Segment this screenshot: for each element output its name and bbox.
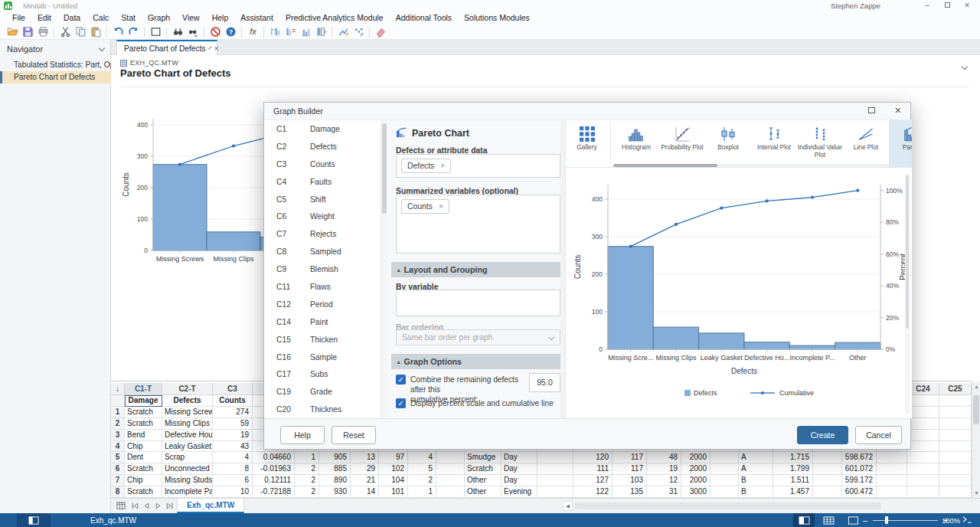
dialog-column-c14[interactable]: C14Paint <box>264 313 381 331</box>
cell-c9-r5[interactable]: 4 <box>408 452 436 463</box>
document-tab[interactable]: Pareto Chart of Defects × <box>116 40 217 55</box>
cell-c10-r8[interactable] <box>436 486 465 498</box>
cell-c6-r6[interactable]: 885 <box>319 463 351 475</box>
cell-c21-r7[interactable] <box>813 475 842 486</box>
previous-worksheet-icon[interactable] <box>142 501 152 512</box>
redo-icon[interactable] <box>126 25 141 39</box>
cell-c14-r8[interactable]: 122 <box>573 486 612 498</box>
dialog-column-c6[interactable]: C6Weight <box>264 208 381 225</box>
row-number[interactable]: 6 <box>111 463 125 475</box>
cell-c7-r5[interactable]: 13 <box>351 452 379 463</box>
undo-icon[interactable] <box>110 25 126 39</box>
cell-c22-r7[interactable]: 599.172 <box>842 475 877 486</box>
cell-c3-r3[interactable]: 19 <box>213 430 253 441</box>
menu-predictive-analytics-module[interactable]: Predictive Analytics Module <box>279 11 390 25</box>
row-number[interactable]: 4 <box>111 441 125 453</box>
cell-c13-r8[interactable] <box>537 486 573 498</box>
cell-c20-r7[interactable]: 1.511 <box>773 475 813 486</box>
worksheet-horizontal-scrollbar[interactable]: ◀ ▶ <box>563 501 980 511</box>
cell-c21-r5[interactable] <box>813 452 842 463</box>
cell-c2-t-r6[interactable]: Unconnected Wir <box>162 463 213 475</box>
cell-c18-r6[interactable] <box>710 463 739 475</box>
search-icon[interactable] <box>170 25 185 39</box>
cell-c9-r7[interactable]: 2 <box>408 475 436 486</box>
dialog-column-c17[interactable]: C17Subs <box>264 365 381 383</box>
cell-c24-r7[interactable] <box>907 475 939 486</box>
paste-icon[interactable] <box>88 25 103 39</box>
create-button[interactable]: Create <box>797 426 848 444</box>
output-view-icon[interactable] <box>842 513 864 527</box>
cell-c20-r5[interactable]: 1.715 <box>773 452 813 463</box>
cell-c13-r7[interactable] <box>537 475 573 486</box>
cell-c10-r6[interactable] <box>436 463 465 475</box>
column-header-c1-t[interactable]: C1-T <box>125 383 162 395</box>
column-header-c3[interactable]: C3 <box>213 383 253 395</box>
cell-c8-r6[interactable]: 102 <box>379 463 408 475</box>
cell-c3-r7[interactable]: 6 <box>213 475 253 486</box>
cell-c19-r6[interactable]: A <box>739 463 773 475</box>
cell-c13-r6[interactable] <box>537 463 573 475</box>
menu-view[interactable]: View <box>176 11 206 25</box>
menu-edit[interactable]: Edit <box>31 11 57 25</box>
gallery-item-individual-value-plot[interactable]: Individual Value Plot <box>797 120 843 168</box>
menu-calc[interactable]: Calc <box>87 11 115 25</box>
column-header-c2-t[interactable]: C2-T <box>162 383 213 395</box>
cell-c12-r7[interactable]: Day <box>501 475 537 486</box>
defects-field[interactable]: Defects× <box>396 154 560 178</box>
cell-c3-r2[interactable]: 59 <box>213 418 253 430</box>
counts-variable-chip[interactable]: Counts× <box>401 199 449 214</box>
zoom-slider-track[interactable] <box>873 520 938 521</box>
cell-c25-r7[interactable] <box>939 475 972 486</box>
combine-defects-checkbox[interactable]: ✓ <box>396 375 406 385</box>
dialog-column-c12[interactable]: C12Period <box>264 296 381 313</box>
cell-c21-r6[interactable] <box>813 463 842 475</box>
by-variable-field[interactable] <box>396 290 560 316</box>
cell-c24-r3[interactable] <box>907 430 939 441</box>
dialog-column-c11[interactable]: C11Flaws <box>264 278 381 296</box>
cell-c10-r7[interactable] <box>436 475 465 486</box>
cell-c1-t-r2[interactable]: Scratch <box>125 418 162 430</box>
gallery-item-probability-plot[interactable]: Probability Plot <box>659 120 705 168</box>
zoom-slider-thumb[interactable] <box>885 516 888 524</box>
cell-c14-r6[interactable]: 111 <box>573 463 612 475</box>
cell-c25-r3[interactable] <box>939 430 972 441</box>
cell-c12-r5[interactable]: Day <box>501 452 537 463</box>
graph-options-section-header[interactable]: ▴Graph Options <box>391 354 564 369</box>
cell-c3-r5[interactable]: 4 <box>213 452 253 463</box>
cell-c22-r5[interactable]: 598.672 <box>842 452 877 463</box>
defects-variable-chip[interactable]: Defects× <box>401 159 451 173</box>
cell-c7-r7[interactable]: 21 <box>351 475 379 486</box>
cell-c10-r5[interactable] <box>436 452 465 463</box>
cell-c1-t-r7[interactable]: Chip <box>125 475 162 486</box>
dialog-column-c4[interactable]: C4Faults <box>264 173 381 191</box>
cell-c20-r6[interactable]: 1.799 <box>773 463 813 475</box>
cell-c3-r6[interactable]: 8 <box>213 463 253 475</box>
dialog-column-c3[interactable]: C3Counts <box>264 155 381 173</box>
cell-c19-r8[interactable]: B <box>739 486 773 498</box>
cell-c13-r5[interactable] <box>537 452 573 463</box>
active-worksheet-icon[interactable] <box>17 513 51 527</box>
column-name-c3[interactable]: Counts <box>213 395 253 407</box>
edit-graph-icon[interactable] <box>335 25 351 39</box>
cell-c2-t-r5[interactable]: Scrap <box>162 452 213 463</box>
cell-c8-r8[interactable]: 101 <box>379 486 408 498</box>
dialog-column-c15[interactable]: C15Thicken <box>264 331 381 349</box>
document-tab-menu-chevron-icon[interactable] <box>209 46 212 49</box>
help-icon[interactable]: ? <box>223 25 238 39</box>
cell-c6-r8[interactable]: 930 <box>319 486 351 498</box>
data-view-icon[interactable] <box>818 513 839 527</box>
column-name-c1-t[interactable]: Damage <box>125 395 162 407</box>
cell-c2-t-r3[interactable]: Defective Housi <box>162 430 213 441</box>
cell-c15-r7[interactable]: 103 <box>612 475 647 486</box>
command-line-icon[interactable] <box>962 515 973 525</box>
summarized-field[interactable]: Counts× <box>396 195 560 254</box>
copy-icon[interactable] <box>73 25 88 39</box>
cell-c3-r4[interactable]: 43 <box>213 441 253 453</box>
cell-c6-r5[interactable]: 905 <box>319 452 351 463</box>
bar-ordering-dropdown[interactable]: Same bar order per graph <box>396 329 560 345</box>
document-tab-close-icon[interactable]: × <box>214 44 218 52</box>
cell-c1-t-r8[interactable]: Scratch <box>125 486 162 498</box>
brush-icon[interactable] <box>351 25 366 39</box>
cell-c1-t-r6[interactable]: Scratch <box>125 463 162 475</box>
cell-c3-r8[interactable]: 10 <box>213 486 253 498</box>
